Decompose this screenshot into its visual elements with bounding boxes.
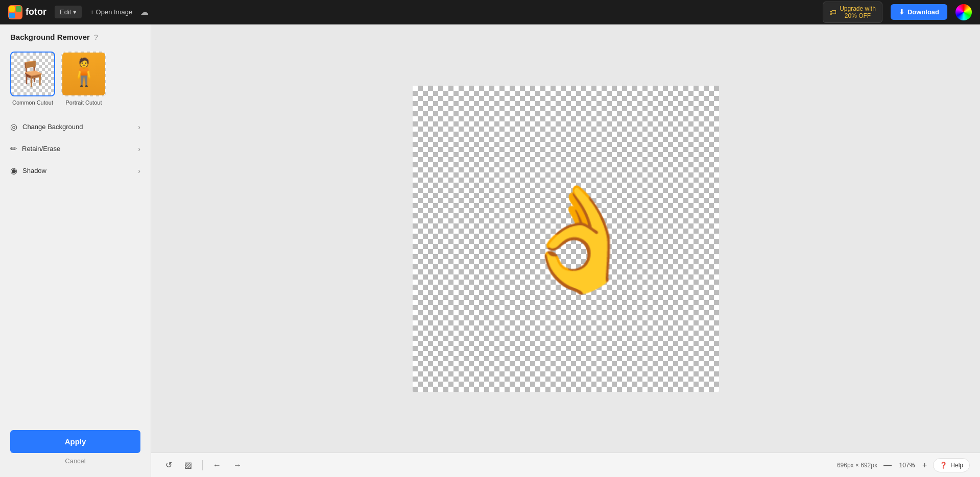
canvas-container: 👌 <box>151 24 980 453</box>
zoom-out-button[interactable]: — <box>881 459 894 472</box>
undo-icon: ↺ <box>165 461 172 469</box>
upgrade-icon: 🏷 <box>829 8 836 16</box>
svg-rect-2 <box>16 6 21 12</box>
undo-button[interactable]: ↺ <box>161 457 176 473</box>
change-background-icon: ◎ <box>10 122 17 132</box>
sidebar: Background Remover ? 🪑 Common Cutout 🧍 <box>0 24 151 477</box>
logo-text: fotor <box>26 7 46 17</box>
image-dimensions: 696px × 692px <box>837 462 877 469</box>
svg-rect-3 <box>9 13 15 18</box>
menu-section: ◎ Change Background › ✏ Retain/Erase › ◉… <box>0 114 151 184</box>
help-button[interactable]: ❓ Help <box>933 458 970 472</box>
portrait-cutout-label: Portrait Cutout <box>66 99 102 106</box>
shadow-label: Shadow <box>22 167 46 174</box>
zoom-in-icon: + <box>922 461 927 469</box>
cloud-icon: ☁ <box>140 8 149 16</box>
common-cutout-label: Common Cutout <box>12 99 53 106</box>
svg-rect-1 <box>9 6 15 12</box>
canvas-image-wrapper: 👌 <box>413 86 719 392</box>
open-image-label: + Open Image <box>90 8 132 16</box>
change-background-arrow-icon: › <box>138 123 140 131</box>
back-arrow-icon: ← <box>213 461 221 469</box>
portrait-cutout-thumb: 🧍 <box>61 52 106 96</box>
shadow-left: ◉ Shadow <box>10 166 46 175</box>
common-cutout-item[interactable]: 🪑 Common Cutout <box>10 52 55 106</box>
retain-erase-left: ✏ Retain/Erase <box>10 144 60 154</box>
portrait-cutout-item[interactable]: 🧍 Portrait Cutout <box>61 52 106 106</box>
zoom-value: 107% <box>897 462 917 469</box>
forward-arrow-icon: → <box>233 461 242 469</box>
apply-button[interactable]: Apply <box>10 430 140 453</box>
help-circle-icon: ❓ <box>940 462 947 469</box>
retain-erase-icon: ✏ <box>10 144 17 154</box>
top-nav: fotor Edit ▾ + Open Image ☁ 🏷 Upgrade wi… <box>0 0 980 24</box>
change-background-left: ◎ Change Background <box>10 122 83 132</box>
shadow-menu-item[interactable]: ◉ Shadow › <box>0 160 151 182</box>
upgrade-button[interactable]: 🏷 Upgrade with 20% OFF <box>823 2 882 23</box>
sidebar-help-icon[interactable]: ? <box>94 33 98 41</box>
common-cutout-thumb: 🪑 <box>10 52 55 96</box>
edit-label: Edit <box>60 8 71 16</box>
portrait-person-icon: 🧍 <box>67 57 101 88</box>
toolbar-divider <box>202 460 203 470</box>
edit-chevron-icon: ▾ <box>73 8 77 16</box>
sidebar-spacer <box>0 184 151 422</box>
forward-button[interactable]: → <box>229 458 246 473</box>
upgrade-label: Upgrade with 20% OFF <box>840 5 876 19</box>
svg-rect-4 <box>16 13 21 18</box>
canvas-area: 👌 ↺ ▨ ← → 696px × 692px <box>151 24 980 477</box>
zoom-controls: — 107% + <box>881 459 929 472</box>
hand-ok-emoji: 👌 <box>515 188 642 290</box>
split-view-icon: ▨ <box>184 461 192 469</box>
edit-button[interactable]: Edit ▾ <box>55 6 82 18</box>
toolbar-right: 696px × 692px — 107% + ❓ Help <box>837 458 970 472</box>
back-button[interactable]: ← <box>209 458 225 473</box>
chair-icon: 🪑 <box>17 60 48 88</box>
logo: fotor <box>8 5 46 19</box>
fotor-logo-icon <box>8 5 22 19</box>
shadow-icon: ◉ <box>10 166 17 175</box>
download-icon: ⬇ <box>899 8 904 16</box>
download-button[interactable]: ⬇ Download <box>891 4 947 20</box>
common-cutout-thumb-inner: 🪑 <box>11 53 54 95</box>
color-wheel[interactable] <box>955 4 972 20</box>
retain-erase-label: Retain/Erase <box>22 145 60 153</box>
sidebar-title: Background Remover <box>10 33 90 41</box>
bottom-toolbar: ↺ ▨ ← → 696px × 692px — <box>151 453 980 477</box>
change-background-label: Change Background <box>22 123 83 131</box>
portrait-bg: 🧍 <box>62 53 105 95</box>
help-label: Help <box>950 462 963 469</box>
change-background-menu-item[interactable]: ◎ Change Background › <box>0 116 151 138</box>
toolbar-left: ↺ ▨ ← → <box>161 457 246 473</box>
cloud-button[interactable]: ☁ <box>140 7 149 17</box>
download-label: Download <box>907 8 939 16</box>
shadow-arrow-icon: › <box>138 167 140 175</box>
sidebar-header: Background Remover ? <box>0 24 151 47</box>
cutout-options: 🪑 Common Cutout 🧍 Portrait Cutout <box>0 47 151 114</box>
zoom-in-button[interactable]: + <box>920 459 929 472</box>
retain-erase-menu-item[interactable]: ✏ Retain/Erase › <box>0 138 151 160</box>
split-view-button[interactable]: ▨ <box>180 457 196 473</box>
retain-erase-arrow-icon: › <box>138 145 140 153</box>
zoom-out-icon: — <box>883 461 892 469</box>
main-layout: Background Remover ? 🪑 Common Cutout 🧍 <box>0 24 980 477</box>
cancel-button[interactable]: Cancel <box>10 453 140 469</box>
sidebar-actions: Apply Cancel <box>0 422 151 477</box>
open-image-button[interactable]: + Open Image <box>90 8 132 16</box>
